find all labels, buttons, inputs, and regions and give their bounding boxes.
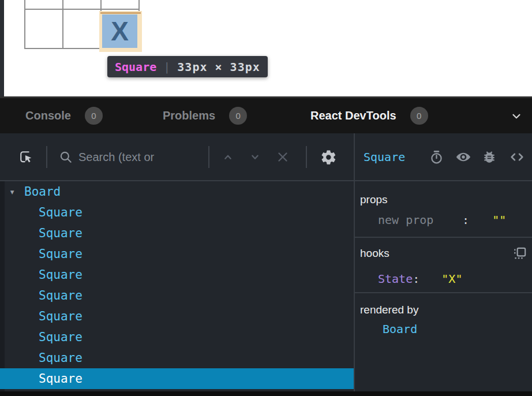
component-name: Square — [0, 368, 83, 389]
stopwatch-icon — [429, 150, 444, 165]
toolbar-divider — [46, 146, 47, 168]
search-prev-button[interactable] — [220, 150, 235, 165]
tab-badge: 0 — [85, 107, 103, 125]
component-name: Square — [0, 306, 83, 327]
props-section-title: props — [355, 181, 532, 206]
tree-row-square-6[interactable]: Square — [0, 306, 354, 327]
tree-row-square-8[interactable]: Square — [0, 348, 354, 368]
inspect-dom-button[interactable] — [455, 149, 471, 165]
rendered-by-section: rendered by Board — [355, 293, 532, 390]
colon: : — [413, 272, 419, 286]
new-prop-value[interactable]: "" — [492, 213, 506, 227]
search-next-button[interactable] — [248, 150, 263, 165]
inspect-tooltip: Square | 33px × 33px — [107, 56, 268, 77]
props-section: props : "" — [355, 181, 532, 238]
board-square-x[interactable]: X — [102, 14, 137, 48]
search-clear-button[interactable] — [275, 150, 290, 165]
component-details-panel: props : "" hooks State: "X" render — [355, 181, 532, 391]
expander-triangle-icon[interactable]: ▾ — [9, 181, 15, 202]
devtools-window: X Square | 33px × 33px Console 0 Problem… — [0, 0, 532, 396]
page-left-edge — [0, 0, 4, 96]
state-hook-label: State — [378, 272, 413, 286]
grid-line — [62, 0, 63, 48]
tab-label: Problems — [163, 109, 215, 122]
search-icon — [58, 148, 74, 166]
rendered-by-title: rendered by — [355, 293, 532, 316]
toolbar-divider — [306, 146, 307, 168]
view-source-button[interactable] — [509, 149, 525, 165]
tree-row-square-7[interactable]: Square — [0, 327, 354, 348]
grid-line — [24, 9, 140, 10]
profiler-button[interactable] — [428, 149, 444, 165]
tree-row-square-5[interactable]: Square — [0, 285, 354, 306]
state-hook-value[interactable]: "X" — [441, 272, 462, 286]
window-bottom-edge — [0, 391, 532, 396]
grid-line — [24, 0, 25, 48]
component-name: Square — [0, 327, 83, 348]
inspect-highlight-border — [100, 12, 141, 14]
tooltip-component-name: Square — [115, 60, 156, 74]
tree-row-square-9[interactable]: Square — [0, 368, 354, 389]
dashed-square-icon — [512, 246, 527, 261]
debug-button[interactable] — [481, 149, 497, 165]
select-element-icon — [18, 149, 34, 165]
tab-console[interactable]: Console 0 — [25, 98, 103, 133]
gear-icon — [320, 149, 337, 166]
panel-tabbar: Console 0 Problems 0 React DevTools 0 — [0, 96, 532, 133]
search-input[interactable] — [78, 147, 203, 167]
component-name: Square — [0, 264, 83, 285]
settings-button[interactable] — [320, 148, 337, 166]
hooks-section-title: hooks — [355, 238, 532, 260]
component-name: Square — [0, 285, 83, 306]
eye-icon — [455, 148, 471, 166]
component-tree: ▾BoardSquareSquareSquareSquareSquareSqua… — [0, 181, 354, 391]
owner-link-board[interactable]: Board — [355, 322, 532, 336]
component-name: Square — [0, 244, 83, 264]
inspect-element-button[interactable] — [17, 148, 35, 166]
state-hook-row: State: "X" — [355, 272, 532, 286]
component-name: Square — [0, 348, 83, 368]
inspected-page-preview: X Square | 33px × 33px — [0, 0, 532, 96]
toolbar-divider — [208, 146, 209, 168]
colon: : — [462, 213, 469, 227]
chevron-down-icon — [510, 110, 523, 122]
collapse-panel-button[interactable] — [510, 98, 523, 133]
tree-row-square-3[interactable]: Square — [0, 244, 354, 264]
code-brackets-icon — [509, 148, 525, 166]
hooks-section: hooks State: "X" — [355, 238, 532, 293]
tree-row-square-1[interactable]: Square — [0, 202, 354, 223]
tab-label: React DevTools — [310, 109, 396, 122]
parse-hook-names-button[interactable] — [512, 246, 527, 261]
tooltip-dimensions: 33px × 33px — [177, 60, 260, 74]
component-name: Square — [0, 223, 83, 244]
new-prop-input[interactable] — [378, 213, 443, 227]
chevron-down-icon — [249, 151, 261, 163]
tree-row-square-4[interactable]: Square — [0, 264, 354, 285]
tree-row-square-2[interactable]: Square — [0, 223, 354, 244]
tab-badge: 0 — [410, 107, 428, 125]
tab-badge: 0 — [229, 107, 247, 125]
selected-component-title: Square — [364, 133, 405, 180]
new-prop-row: : "" — [355, 213, 532, 227]
tab-react-devtools[interactable]: React DevTools 0 — [310, 98, 428, 133]
bug-icon — [482, 150, 497, 165]
close-icon — [276, 150, 290, 164]
tree-row-board[interactable]: ▾Board — [0, 181, 354, 202]
devtools-toolbar: Square — [0, 133, 532, 180]
component-name: Square — [0, 202, 83, 223]
tab-problems[interactable]: Problems 0 — [163, 98, 247, 133]
chevron-up-icon — [222, 151, 234, 163]
tooltip-separator: | — [163, 60, 170, 74]
tab-label: Console — [25, 109, 71, 122]
